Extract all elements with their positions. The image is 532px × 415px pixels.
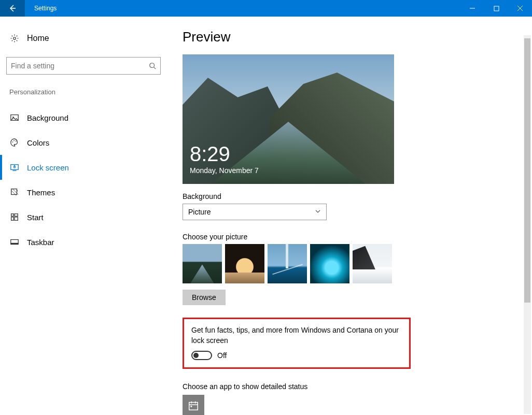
svg-point-5 [12, 141, 13, 142]
lock-screen-preview: 8:29 Monday, November 7 [183, 54, 394, 184]
svg-rect-13 [11, 217, 14, 220]
sidebar-item-label: Lock screen [27, 163, 69, 172]
sidebar-item-label: Taskbar [27, 238, 54, 247]
search-box[interactable] [6, 57, 161, 75]
home-link[interactable]: Home [6, 29, 160, 48]
sidebar-item-label: Themes [27, 188, 55, 197]
home-gear-icon [9, 33, 20, 44]
background-label: Background [183, 192, 522, 201]
maximize-button[interactable] [484, 0, 508, 17]
detailed-status-label: Choose an app to show detailed status [183, 382, 522, 391]
palette-icon [9, 137, 20, 148]
sidebar-item-lock-screen[interactable]: Lock screen [0, 155, 160, 180]
fun-facts-toggle[interactable] [191, 351, 212, 360]
browse-button[interactable]: Browse [183, 290, 226, 305]
picture-thumb-3[interactable] [268, 244, 307, 283]
lock-screen-icon [9, 162, 20, 173]
background-value: Picture [188, 208, 211, 216]
picture-thumbnails [183, 244, 522, 283]
svg-rect-14 [15, 217, 18, 220]
choose-picture-label: Choose your picture [183, 233, 522, 241]
sidebar-item-background[interactable]: Background [0, 105, 160, 130]
picture-thumb-4[interactable] [310, 244, 349, 283]
svg-rect-16 [11, 243, 18, 245]
taskbar-icon [9, 237, 20, 247]
themes-icon [9, 187, 20, 197]
svg-rect-0 [494, 6, 499, 11]
sidebar-item-label: Background [27, 113, 68, 122]
window-controls [460, 0, 532, 17]
svg-rect-17 [189, 403, 198, 410]
fun-facts-state: Off [217, 351, 227, 360]
close-icon [517, 5, 523, 11]
maximize-icon [494, 6, 499, 11]
preview-clock: 8:29 Monday, November 7 [190, 144, 259, 175]
section-label: Personalization [6, 88, 160, 96]
svg-point-7 [16, 140, 17, 141]
search-icon [149, 62, 156, 69]
picture-thumb-2[interactable] [225, 244, 264, 283]
fun-facts-section: Get fun facts, tips, and more from Windo… [183, 318, 411, 369]
chevron-down-icon [315, 208, 321, 216]
vertical-scrollbar[interactable] [524, 35, 531, 414]
sidebar: Home Personalization Background Colors L… [0, 17, 166, 415]
detailed-status-app-button[interactable] [183, 395, 204, 415]
preview-date: Monday, November 7 [190, 166, 259, 175]
svg-point-6 [13, 140, 15, 141]
page-title: Preview [183, 29, 522, 45]
arrow-left-icon [8, 4, 17, 12]
picture-icon [9, 112, 20, 123]
sidebar-item-start[interactable]: Start [0, 205, 160, 230]
svg-rect-12 [15, 214, 18, 217]
minimize-icon [469, 5, 475, 11]
titlebar: Settings [0, 0, 532, 17]
svg-rect-9 [14, 166, 16, 168]
sidebar-item-colors[interactable]: Colors [0, 130, 160, 155]
window-title: Settings [34, 5, 57, 12]
fun-facts-label: Get fun facts, tips, and more from Windo… [191, 325, 402, 346]
back-button[interactable] [0, 0, 25, 17]
search-input[interactable] [11, 62, 149, 70]
close-button[interactable] [508, 0, 532, 17]
preview-time: 8:29 [190, 144, 259, 164]
sidebar-item-themes[interactable]: Themes [0, 180, 160, 205]
sidebar-item-label: Colors [27, 138, 49, 147]
main-content: Preview 8:29 Monday, November 7 Backgrou… [166, 17, 532, 415]
svg-point-2 [150, 63, 155, 68]
svg-rect-10 [11, 189, 17, 195]
home-label: Home [27, 34, 49, 43]
sidebar-item-label: Start [27, 213, 44, 222]
calendar-icon [188, 400, 199, 411]
scrollbar-thumb[interactable] [524, 38, 530, 303]
background-dropdown[interactable]: Picture [183, 204, 327, 220]
sidebar-item-taskbar[interactable]: Taskbar [0, 230, 160, 254]
svg-point-1 [13, 37, 16, 40]
picture-thumb-5[interactable] [353, 244, 392, 283]
picture-thumb-1[interactable] [183, 244, 222, 283]
svg-rect-11 [11, 214, 14, 217]
minimize-button[interactable] [460, 0, 484, 17]
svg-rect-18 [191, 406, 192, 407]
start-icon [9, 212, 20, 222]
